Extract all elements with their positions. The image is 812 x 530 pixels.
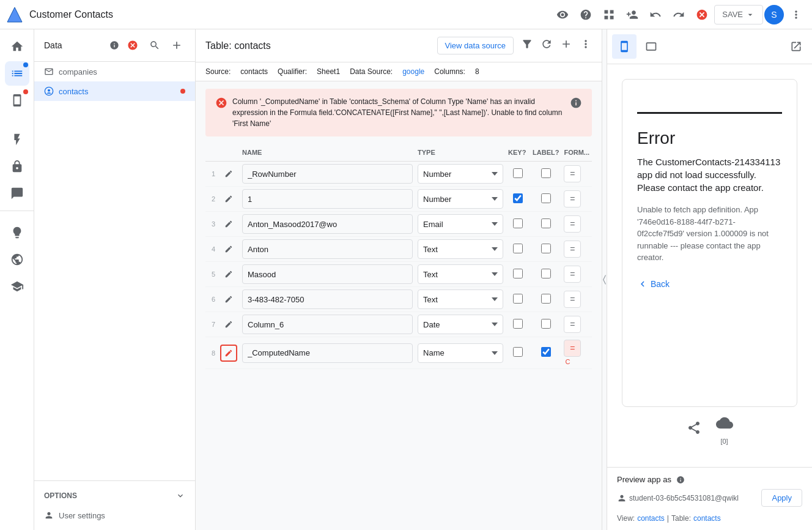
row-label-checkbox[interactable] bbox=[541, 319, 551, 329]
row-edit-button[interactable] bbox=[220, 345, 237, 362]
row-type-select[interactable]: NumberTextEmailDateNamePhone bbox=[418, 343, 503, 363]
cloud-action-btn[interactable]: [0] bbox=[716, 414, 733, 445]
row-edit-button[interactable] bbox=[220, 316, 237, 333]
row-type-select[interactable]: NumberTextEmailDateNamePhone bbox=[418, 164, 503, 184]
row-type-select[interactable]: NumberTextEmailDateNamePhone bbox=[418, 214, 503, 234]
row-edit-button[interactable] bbox=[220, 190, 237, 207]
row-name-input[interactable] bbox=[242, 164, 413, 184]
nav-mobile-wrap[interactable] bbox=[5, 88, 29, 113]
error-info-icon[interactable] bbox=[570, 97, 582, 114]
more-options-icon[interactable] bbox=[580, 38, 592, 53]
row-name-input[interactable] bbox=[242, 315, 413, 334]
row-edit-button[interactable] bbox=[220, 291, 237, 308]
add-column-icon[interactable] bbox=[560, 38, 572, 53]
sidebar-item-companies[interactable]: companies bbox=[34, 62, 195, 81]
nav-data-wrap[interactable] bbox=[5, 61, 29, 86]
row-label-checkbox[interactable] bbox=[541, 294, 551, 304]
row-name-input[interactable] bbox=[242, 264, 413, 284]
row-type-cell: NumberTextEmailDateNamePhone bbox=[415, 237, 506, 262]
row-key-checkbox[interactable] bbox=[513, 269, 523, 278]
row-type-select[interactable]: NumberTextEmailDateNamePhone bbox=[418, 264, 503, 284]
add-person-icon-btn[interactable] bbox=[621, 4, 643, 26]
row-edit-cell bbox=[218, 187, 240, 212]
row-type-select[interactable]: NumberTextEmailDateNamePhone bbox=[418, 289, 503, 309]
row-edit-cell bbox=[218, 212, 240, 237]
filter-icon[interactable] bbox=[521, 38, 533, 53]
add-data-button[interactable] bbox=[168, 37, 185, 54]
row-edit-button[interactable] bbox=[220, 241, 237, 258]
row-key-checkbox[interactable] bbox=[513, 244, 523, 253]
help-icon-btn[interactable] bbox=[575, 4, 597, 26]
row-formula-button[interactable]: = bbox=[564, 241, 581, 258]
nav-home-wrap[interactable] bbox=[5, 34, 29, 59]
row-formula-button[interactable]: = bbox=[564, 291, 581, 308]
row-formula-button[interactable]: = bbox=[564, 190, 581, 207]
back-button[interactable]: Back bbox=[637, 278, 670, 289]
row-name-input[interactable] bbox=[242, 343, 413, 363]
nav-graduation-icon[interactable] bbox=[5, 274, 29, 299]
search-button[interactable] bbox=[146, 37, 163, 54]
nav-globe-icon[interactable] bbox=[5, 247, 29, 272]
topbar-actions: SAVE S bbox=[552, 4, 807, 26]
sidebar-item-contacts[interactable]: contacts bbox=[34, 81, 195, 101]
row-formula-cell: = bbox=[561, 287, 592, 312]
close-panel-button[interactable] bbox=[124, 37, 141, 54]
view-link[interactable]: contacts bbox=[637, 514, 665, 523]
user-settings-item[interactable]: User settings bbox=[34, 506, 195, 525]
avatar[interactable]: S bbox=[764, 5, 784, 24]
col-name-header: NAME bbox=[240, 144, 415, 162]
apply-button[interactable]: Apply bbox=[761, 489, 802, 507]
row-name-input[interactable] bbox=[242, 289, 413, 309]
row-formula-cell: = bbox=[561, 212, 592, 237]
mobile-preview-btn[interactable] bbox=[612, 34, 637, 59]
row-name-input[interactable] bbox=[242, 239, 413, 259]
row-key-checkbox[interactable] bbox=[513, 294, 523, 304]
row-edit-button[interactable] bbox=[220, 215, 237, 233]
grid-icon-btn[interactable] bbox=[598, 4, 620, 26]
row-label-checkbox[interactable] bbox=[541, 244, 551, 253]
row-label-checkbox[interactable] bbox=[541, 168, 551, 178]
row-key-checkbox[interactable] bbox=[513, 319, 523, 329]
undo-icon-btn[interactable] bbox=[644, 4, 666, 26]
table-link[interactable]: contacts bbox=[693, 514, 721, 523]
nav-automation-icon[interactable] bbox=[5, 127, 29, 152]
options-header[interactable]: OPTIONS bbox=[34, 486, 195, 506]
row-type-select[interactable]: NumberTextEmailDateNamePhone bbox=[418, 239, 503, 259]
row-edit-button[interactable] bbox=[220, 165, 237, 182]
row-key-checkbox[interactable] bbox=[513, 193, 523, 203]
nav-home-icon[interactable] bbox=[5, 34, 29, 59]
row-edit-button[interactable] bbox=[220, 266, 237, 283]
nav-chat-icon[interactable] bbox=[5, 181, 29, 206]
more-icon-btn[interactable] bbox=[785, 4, 807, 26]
row-name-input[interactable] bbox=[242, 189, 413, 209]
row-formula-button[interactable]: = bbox=[564, 215, 581, 233]
row-label-checkbox[interactable] bbox=[541, 193, 551, 203]
row-name-cell bbox=[240, 237, 415, 262]
view-datasource-button[interactable]: View data source bbox=[437, 37, 514, 54]
row-key-checkbox[interactable] bbox=[513, 347, 523, 357]
redo-icon-btn[interactable] bbox=[668, 4, 690, 26]
row-formula-button[interactable]: = bbox=[564, 165, 581, 182]
nav-security-icon[interactable] bbox=[5, 154, 29, 179]
row-label-checkbox[interactable] bbox=[541, 269, 551, 278]
row-key-checkbox[interactable] bbox=[513, 218, 523, 228]
row-type-select[interactable]: NumberTextEmailDateNamePhone bbox=[418, 315, 503, 334]
close-icon-btn[interactable] bbox=[691, 4, 713, 26]
nav-intelligence-icon[interactable] bbox=[5, 220, 29, 245]
share-action-btn[interactable] bbox=[687, 420, 701, 439]
error-banner: Column '_ComputedName' in Table 'contact… bbox=[205, 89, 592, 136]
row-key-checkbox[interactable] bbox=[513, 168, 523, 178]
row-formula-button[interactable]: = bbox=[564, 340, 581, 357]
refresh-icon[interactable] bbox=[541, 38, 553, 53]
row-label-checkbox[interactable] bbox=[541, 218, 551, 228]
row-formula-button[interactable]: = bbox=[564, 266, 581, 283]
row-name-input[interactable] bbox=[242, 214, 413, 234]
row-formula-button[interactable]: = bbox=[564, 316, 581, 333]
row-label-checkbox[interactable] bbox=[541, 347, 551, 357]
preview-icon-btn[interactable] bbox=[552, 4, 574, 26]
save-button[interactable]: SAVE bbox=[714, 5, 763, 24]
desktop-preview-btn[interactable] bbox=[639, 34, 663, 59]
row-type-select[interactable]: NumberTextEmailDateNamePhone bbox=[418, 189, 503, 209]
panel-divider[interactable] bbox=[602, 29, 607, 530]
expand-icon-btn[interactable] bbox=[785, 35, 807, 58]
